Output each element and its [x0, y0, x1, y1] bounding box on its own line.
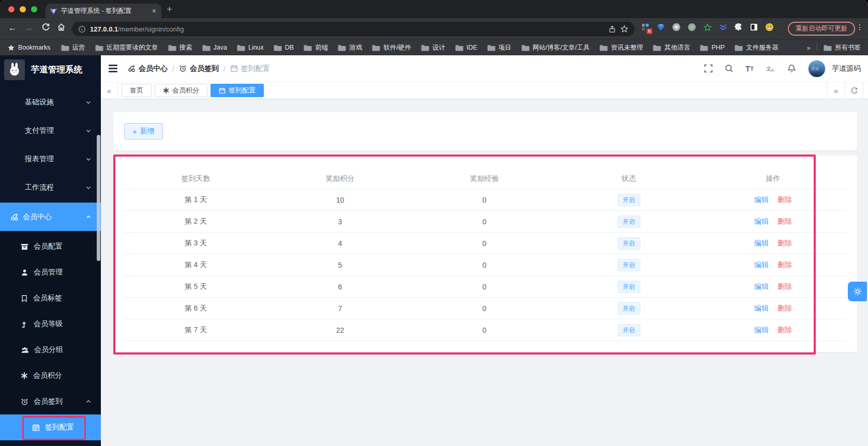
bookmark-folder-item[interactable]: 项目	[487, 43, 512, 52]
app-logo[interactable]: 芋道管理系统	[0, 55, 101, 84]
sidebar-scrollbar-thumb[interactable]	[97, 135, 100, 261]
sidebar: 芋道管理系统 基础设施 支付管理 报表管理 工作流程	[0, 55, 101, 446]
tag-home[interactable]: 首页	[122, 84, 152, 97]
back-icon[interactable]: ←	[8, 23, 17, 33]
extension-green-dot-icon[interactable]	[687, 22, 697, 32]
user-avatar[interactable]: 文◎	[808, 60, 826, 78]
edit-button[interactable]: 编辑	[754, 239, 769, 248]
extension-blocks-icon[interactable]: 6	[640, 22, 650, 32]
delete-button[interactable]: 删除	[777, 304, 792, 313]
sidebar-item-member-group[interactable]: 会员分组	[0, 337, 101, 363]
tags-refresh-icon[interactable]	[845, 82, 863, 99]
translate-icon[interactable]: 文A	[766, 64, 775, 73]
browser-menu-icon[interactable]: ⋮	[856, 23, 863, 31]
notification-bell-icon[interactable]	[787, 64, 796, 73]
bookmark-folder-item[interactable]: 网站/博客/文章/工具	[521, 43, 590, 52]
chevron-up-icon	[85, 214, 92, 220]
extension-gem-icon[interactable]	[656, 22, 666, 32]
bookmark-star-icon[interactable]	[620, 25, 628, 33]
delete-button[interactable]: 删除	[777, 260, 792, 270]
delete-button[interactable]: 删除	[777, 195, 792, 205]
new-tab-button[interactable]: +	[167, 4, 172, 15]
address-bar[interactable]: 127.0.0.1/member/signin/config	[72, 22, 635, 36]
sidebar-item-workflow[interactable]: 工作流程	[0, 173, 101, 202]
share-icon[interactable]	[608, 25, 616, 33]
reload-icon[interactable]	[41, 23, 50, 32]
macos-zoom-button[interactable]	[31, 6, 37, 12]
bookmark-folder-item[interactable]: 近期需要读的文章	[95, 43, 158, 52]
bookmark-folder-item[interactable]: 文件服务器	[735, 43, 779, 52]
extension-star-icon[interactable]	[702, 22, 712, 32]
edit-button[interactable]: 编辑	[754, 260, 769, 270]
breadcrumb-member-signin[interactable]: 会员签到	[179, 64, 219, 73]
bookmark-folder-item[interactable]: PHP	[700, 44, 725, 51]
browser-update-button[interactable]: 重新启动即可更新	[788, 22, 855, 36]
extension-chevrons-icon[interactable]	[718, 22, 728, 32]
delete-button[interactable]: 删除	[777, 239, 792, 248]
delete-button[interactable]: 删除	[777, 326, 792, 335]
sidebar-item-member-config[interactable]: 会员配置	[0, 234, 101, 259]
tag-member-points[interactable]: 会员积分	[155, 84, 207, 97]
sidebar-item-label: 会员标签	[33, 294, 62, 303]
folder-icon	[95, 44, 103, 51]
cell-actions: 编辑 删除	[701, 260, 845, 270]
cell-reward-points: 3	[268, 218, 412, 226]
delete-button[interactable]: 删除	[777, 217, 792, 226]
sidebar-item-signin-config[interactable]: 签到配置	[0, 414, 101, 440]
browser-tab[interactable]: 芋道管理系统 - 签到配置 ×	[46, 4, 161, 18]
tags-layout-grid-icon[interactable]	[863, 82, 868, 99]
breadcrumb-member-center[interactable]: 会员中心	[128, 64, 168, 73]
tag-signin-config[interactable]: 签到配置	[211, 84, 264, 97]
font-size-icon[interactable]: TT	[745, 64, 754, 73]
tags-scroll-left-icon[interactable]: «	[101, 82, 118, 99]
bookmarks-overflow-icon[interactable]: »	[807, 44, 811, 52]
edit-button[interactable]: 编辑	[754, 282, 769, 291]
sidebar-item-member-signin[interactable]: 会员签到	[0, 389, 101, 414]
delete-button[interactable]: 删除	[777, 282, 792, 291]
username[interactable]: 芋道源码	[832, 64, 861, 73]
add-button[interactable]: + 新增	[124, 123, 163, 140]
hamburger-menu-icon[interactable]	[109, 65, 117, 72]
info-icon[interactable]	[78, 25, 86, 33]
extension-snowflake-icon[interactable]: ❄	[671, 22, 681, 32]
fullscreen-icon[interactable]	[704, 64, 713, 73]
sidebar-item-member-center[interactable]: 会员中心	[0, 203, 101, 231]
bookmark-folder-item[interactable]: 搜索	[168, 43, 192, 52]
macos-minimize-button[interactable]	[20, 6, 26, 12]
bookmark-folder-item[interactable]: Linux	[237, 44, 264, 51]
sidebar-item-member-level[interactable]: 会员等级	[0, 311, 101, 337]
extensions-area: 6 ❄	[640, 22, 774, 32]
extension-emoji-icon[interactable]	[765, 22, 774, 32]
search-icon[interactable]	[725, 64, 734, 73]
sidebar-item-member-tag[interactable]: 会员标签	[0, 285, 101, 311]
bookmark-folder-item[interactable]: 前端	[304, 43, 328, 52]
bookmark-folder-item[interactable]: 其他语言	[653, 43, 690, 52]
bookmark-folder-item[interactable]: Java	[202, 44, 227, 51]
sidebar-item-member-manage[interactable]: 会员管理	[0, 259, 101, 285]
tags-scroll-right-icon[interactable]: »	[827, 82, 845, 99]
extension-puzzle-icon[interactable]	[734, 22, 743, 32]
bookmark-folder-item[interactable]: IDE	[455, 44, 477, 51]
edit-button[interactable]: 编辑	[754, 217, 769, 226]
edit-button[interactable]: 编辑	[754, 195, 769, 205]
bookmark-folder-item[interactable]: 资讯未整理	[600, 43, 643, 52]
bookmark-folder-item[interactable]: 运营	[61, 43, 85, 52]
macos-close-button[interactable]	[8, 6, 14, 12]
sidebar-item-payment[interactable]: 支付管理	[0, 116, 101, 145]
settings-gear-button[interactable]	[848, 282, 867, 301]
extension-square-icon[interactable]	[749, 22, 759, 32]
edit-button[interactable]: 编辑	[754, 326, 769, 335]
bookmark-folder-item[interactable]: 游戏	[338, 43, 362, 52]
bookmark-folder-item[interactable]: 设计	[421, 43, 445, 52]
bookmarks-apps-item[interactable]: Bookmarks	[7, 44, 51, 52]
edit-button[interactable]: 编辑	[754, 304, 769, 313]
all-bookmarks-item[interactable]: 所有书签	[824, 43, 861, 52]
sidebar-item-infrastructure[interactable]: 基础设施	[0, 88, 101, 116]
forward-icon[interactable]: →	[25, 23, 33, 33]
sidebar-item-member-points[interactable]: 会员积分	[0, 363, 101, 389]
bookmark-folder-item[interactable]: 软件/硬件	[372, 43, 411, 52]
tab-close-icon[interactable]: ×	[151, 7, 157, 14]
home-icon[interactable]	[57, 23, 66, 32]
sidebar-item-report[interactable]: 报表管理	[0, 145, 101, 173]
bookmark-folder-item[interactable]: DB	[274, 44, 294, 51]
